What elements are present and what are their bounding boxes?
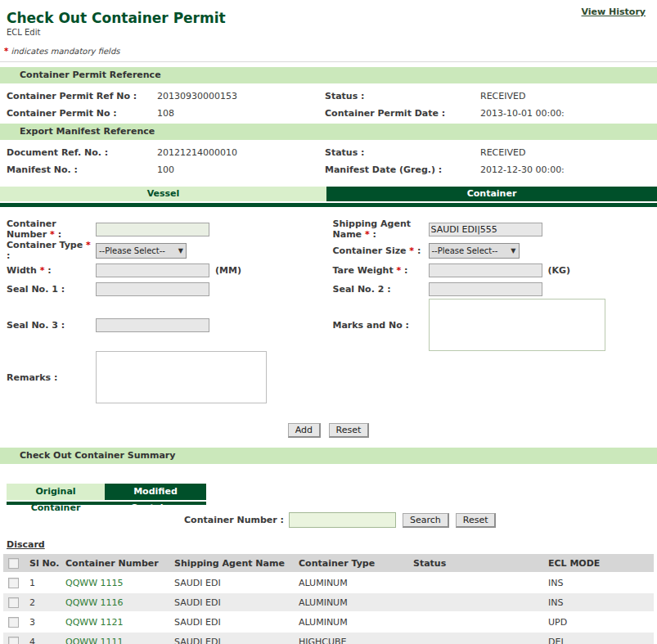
export-manifest-reference-header: Export Manifest Reference (0, 124, 657, 142)
permit-ref-no-label: Container Permit Ref No : (0, 91, 157, 101)
search-container-number-label: Container Number : (184, 515, 284, 525)
container-number-link[interactable]: QQWW 1115 (65, 578, 124, 588)
add-button[interactable]: Add (288, 423, 321, 438)
form-row: Container Number * : Shipping Agent Name… (0, 218, 657, 240)
container-summary-table: Sl No. Container Number Shipping Agent N… (3, 552, 654, 644)
tab-vessel[interactable]: Vessel (0, 187, 326, 201)
manifest-status-value: RECEIVED (480, 147, 657, 158)
tab-original-container[interactable]: Original Container (7, 484, 105, 500)
tab-modified-container[interactable]: Modified Container (105, 484, 206, 500)
marks-and-no-label: Marks and No : (329, 320, 429, 331)
tare-weight-unit-label: (KG) (548, 265, 571, 276)
permit-no-value: 108 (157, 108, 325, 119)
container-type-label: Container Type * : (0, 240, 96, 261)
col-sl-no: Sl No. (25, 554, 61, 572)
ecl-mode: DEL (548, 637, 566, 644)
container-type: ALUMINUM (299, 578, 348, 588)
form-row: Seal No. 3 : Marks and No : (0, 299, 657, 351)
shipping-agent-name: SAUDI EDI (174, 597, 221, 608)
table-row: 2QQWW 1116SAUDI EDIALUMINUMINS (3, 593, 654, 611)
permit-status-value: RECEIVED (480, 91, 657, 101)
form-row: Width * : (MM) Tare Weight * : (KG) (0, 261, 657, 280)
view-history-link[interactable]: View History (582, 7, 646, 17)
container-size-select[interactable]: --Please Select--▼ (429, 243, 520, 259)
row-checkbox[interactable] (8, 597, 19, 608)
marks-and-no-textarea[interactable] (429, 299, 605, 351)
container-size-label: Container Size * : (329, 245, 429, 256)
permit-status-label: Status : (325, 91, 480, 101)
container-number-input[interactable] (96, 223, 209, 236)
container-permit-reference-grid: Container Permit Ref No : 20130930000153… (0, 85, 657, 124)
table-row: 3QQWW 1121SAUDI EDIALUMINUMUPD (3, 613, 654, 631)
table-row: 1QQWW 1115SAUDI EDIALUMINUMINS (3, 574, 654, 592)
permit-no-label: Container Permit No : (0, 108, 157, 119)
manifest-date-value: 2012-12-30 00:00: (480, 164, 657, 175)
container-number-search-row: Container Number : Search Reset (184, 512, 657, 528)
tare-weight-input[interactable] (429, 263, 542, 277)
shipping-agent-name-label: Shipping Agent Name * : (329, 218, 429, 240)
permit-date-value: 2013-10-01 00:00: (480, 108, 657, 119)
document-ref-no-value: 20121214000010 (157, 147, 325, 158)
shipping-agent-name: SAUDI EDI (174, 617, 221, 628)
seal-no-2-label: Seal No. 2 : (329, 284, 429, 295)
container-number-link[interactable]: QQWW 1111 (65, 637, 124, 644)
sl-no: 2 (29, 597, 35, 608)
container-type: HIGHCUBE (299, 637, 347, 644)
remarks-textarea[interactable] (96, 351, 267, 403)
permit-ref-no-value: 20130930000153 (157, 91, 325, 101)
container-number-label: Container Number * : (0, 218, 96, 240)
sl-no: 1 (29, 578, 35, 588)
search-button[interactable]: Search (403, 513, 449, 528)
ecl-mode: UPD (548, 617, 567, 628)
col-container-number: Container Number (61, 554, 169, 572)
discard-link[interactable]: Discard (7, 539, 45, 550)
seal-no-1-label: Seal No. 1 : (0, 284, 96, 295)
container-number-link[interactable]: QQWW 1121 (65, 617, 124, 628)
info-row: Container Permit No : 108 Container Perm… (0, 105, 657, 122)
export-manifest-reference-grid: Document Ref. No. : 20121214000010 Statu… (0, 142, 657, 180)
manifest-status-label: Status : (325, 147, 480, 158)
row-checkbox[interactable] (8, 617, 19, 628)
mandatory-note-text: indicates mandatory fields (8, 47, 119, 56)
width-unit-label: (MM) (215, 265, 241, 276)
sl-no: 4 (29, 637, 35, 644)
seal-no-3-input[interactable] (96, 318, 209, 332)
container-number-link[interactable]: QQWW 1116 (65, 597, 124, 608)
document-ref-no-label: Document Ref. No. : (0, 147, 157, 158)
seal-no-1-input[interactable] (96, 282, 209, 296)
col-status: Status (408, 554, 543, 572)
search-reset-button[interactable]: Reset (456, 513, 497, 528)
shipping-agent-name: SAUDI EDI (174, 637, 221, 644)
seal-no-2-input[interactable] (429, 282, 542, 296)
info-row: Manifest No. : 100 Manifest Date (Greg.)… (0, 161, 657, 178)
info-row: Document Ref. No. : 20121214000010 Statu… (0, 144, 657, 161)
ecl-mode: INS (548, 578, 563, 588)
manifest-no-value: 100 (157, 164, 325, 175)
manifest-date-label: Manifest Date (Greg.) : (325, 164, 480, 175)
summary-tabbar: Original Container Modified Container (7, 484, 657, 500)
row-checkbox[interactable] (8, 578, 19, 588)
container-form: Container Number * : Shipping Agent Name… (0, 207, 657, 438)
row-checkbox[interactable] (8, 637, 19, 644)
container-type-select[interactable]: --Please Select--▼ (96, 243, 187, 259)
container-permit-reference-header: Container Permit Reference (0, 67, 657, 85)
tare-weight-label: Tare Weight * : (329, 265, 429, 276)
check-out-container-permit-page: Check Out Container Permit ECL Edit View… (0, 0, 657, 644)
col-shipping-agent-name: Shipping Agent Name (169, 554, 294, 572)
reset-button[interactable]: Reset (329, 423, 370, 438)
mandatory-note: * indicates mandatory fields (4, 47, 650, 56)
search-container-number-input[interactable] (289, 512, 396, 528)
vessel-container-tabbar: Vessel Container (0, 187, 657, 201)
sl-no: 3 (29, 617, 35, 628)
col-container-type: Container Type (294, 554, 408, 572)
select-all-checkbox[interactable] (8, 558, 19, 569)
ecl-mode: INS (548, 597, 563, 608)
add-reset-button-row: Add Reset (0, 423, 657, 438)
info-row: Container Permit Ref No : 20130930000153… (0, 88, 657, 105)
width-input[interactable] (96, 263, 209, 277)
tab-container[interactable]: Container (326, 187, 657, 201)
shipping-agent-name-input[interactable] (429, 223, 542, 236)
shipping-agent-name: SAUDI EDI (174, 578, 221, 588)
width-label: Width * : (0, 265, 96, 276)
col-ecl-mode: ECL MODE (543, 554, 654, 572)
